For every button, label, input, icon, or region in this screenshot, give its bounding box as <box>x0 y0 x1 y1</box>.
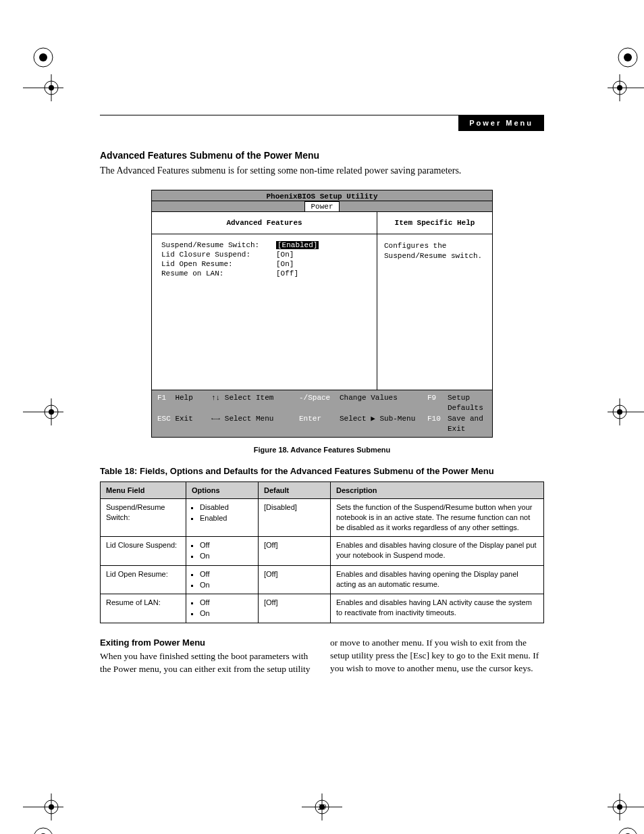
page-number: 29 <box>0 802 644 812</box>
bios-item-value: [Enabled] <box>276 241 319 249</box>
bios-screenshot: PhoenixBIOS Setup Utility Power Advanced… <box>151 190 493 438</box>
bios-settings-list: Suspend/Resume Switch: [Enabled] Lid Clo… <box>152 234 377 390</box>
svg-point-30 <box>618 828 637 834</box>
figure-caption: Figure 18. Advance Features Submenu <box>100 446 544 454</box>
bios-item-label: Lid Open Resume: <box>161 260 276 268</box>
cell-options: DisabledEnabled <box>186 499 259 537</box>
cell-description: Sets the function of the Suspend/Resume … <box>331 499 544 537</box>
bios-item: Resume on LAN: [Off] <box>161 269 367 278</box>
bios-item-value: [On] <box>276 260 294 268</box>
svg-point-1 <box>39 53 47 61</box>
table-row: Suspend/Resume Switch:DisabledEnabled[Di… <box>101 499 544 537</box>
page-content: Advanced Features Submenu of the Power M… <box>100 150 544 676</box>
option-item: Off <box>200 569 252 579</box>
crop-mark-tl <box>23 41 50 68</box>
svg-point-5 <box>49 85 54 90</box>
crop-mark-mr <box>608 398 635 425</box>
option-item: Off <box>200 598 252 608</box>
bios-tab-row: Power <box>152 201 492 212</box>
th-description: Description <box>331 482 544 499</box>
bios-item-value: [Off] <box>276 269 298 278</box>
submenu-heading: Advanced Features Submenu of the Power M… <box>100 150 544 161</box>
key-enter: Enter <box>299 414 321 424</box>
th-options: Options <box>186 482 259 499</box>
bios-item: Lid Open Resume: [On] <box>161 260 367 268</box>
table-row: Lid Closure Suspend:OffOn[Off]Enables an… <box>101 536 544 565</box>
option-item: Off <box>200 540 252 550</box>
cell-default: [Disabled] <box>259 499 331 537</box>
svg-point-7 <box>624 53 632 61</box>
cell-field: Lid Open Resume: <box>101 565 186 594</box>
key-f9: F9 <box>427 393 436 403</box>
bios-item-label: Suspend/Resume Switch: <box>161 241 276 249</box>
cell-field: Lid Closure Suspend: <box>101 536 186 565</box>
option-item: Enabled <box>200 513 252 523</box>
bios-item-value: [On] <box>276 251 294 259</box>
key-minus-space: -/Space <box>299 393 330 403</box>
svg-point-15 <box>49 409 54 415</box>
key-f1: F1 <box>157 393 166 403</box>
bios-footer: F1 Help ↑↓ Select Item -/Space Change Va… <box>152 390 492 438</box>
bios-item-label: Lid Closure Suspend: <box>161 251 276 259</box>
option-item: On <box>200 580 252 590</box>
cell-default: [Off] <box>259 536 331 565</box>
crop-mark-tr <box>608 41 635 68</box>
svg-point-24 <box>34 828 53 834</box>
exit-heading: Exiting from Power Menu <box>100 637 314 649</box>
th-menu-field: Menu Field <box>101 482 186 499</box>
key-esc: ESC <box>157 414 171 424</box>
cell-default: [Off] <box>259 565 331 594</box>
bios-help-title: Item Specific Help <box>377 212 492 234</box>
key-f10: F10 <box>427 414 441 424</box>
bios-left-title: Advanced Features <box>152 212 377 234</box>
bios-tab-power: Power <box>304 201 339 211</box>
option-item: On <box>200 551 252 561</box>
exit-section: Exiting from Power Menu When you have fi… <box>100 637 544 676</box>
bios-help-text: Configures the Suspend/Resume switch. <box>377 234 492 390</box>
th-default: Default <box>259 482 331 499</box>
key-updown: ↑↓ <box>211 393 220 403</box>
bios-item: Lid Closure Suspend: [On] <box>161 251 367 259</box>
cell-description: Enables and disables having LAN activity… <box>331 594 544 623</box>
option-item: On <box>200 608 252 619</box>
intro-text: The Advanced Features submenu is for set… <box>100 165 544 178</box>
crop-mark-ml <box>23 398 50 425</box>
table-row: Lid Open Resume:OffOn[Off]Enables and di… <box>101 565 544 594</box>
cell-default: [Off] <box>259 594 331 623</box>
option-item: Disabled <box>200 502 252 513</box>
cell-description: Enables and disables having opening the … <box>331 565 544 594</box>
key-leftright: ←→ <box>211 414 220 424</box>
table-title: Table 18: Fields, Options and Defaults f… <box>100 466 544 476</box>
cell-options: OffOn <box>186 536 259 565</box>
bios-item: Suspend/Resume Switch: [Enabled] <box>161 241 367 249</box>
section-tag: Power Menu <box>458 115 544 131</box>
table-row: Resume of LAN:OffOn[Off]Enables and disa… <box>101 594 544 623</box>
cell-description: Enables and disables having closure of t… <box>331 536 544 565</box>
cell-field: Suspend/Resume Switch: <box>101 499 186 537</box>
svg-point-19 <box>617 409 622 415</box>
bios-item-label: Resume on LAN: <box>161 269 276 278</box>
options-table: Menu Field Options Default Description S… <box>100 481 544 623</box>
svg-point-11 <box>617 85 622 90</box>
bios-title: PhoenixBIOS Setup Utility <box>152 190 492 201</box>
cell-field: Resume of LAN: <box>101 594 186 623</box>
cell-options: OffOn <box>186 594 259 623</box>
cell-options: OffOn <box>186 565 259 594</box>
